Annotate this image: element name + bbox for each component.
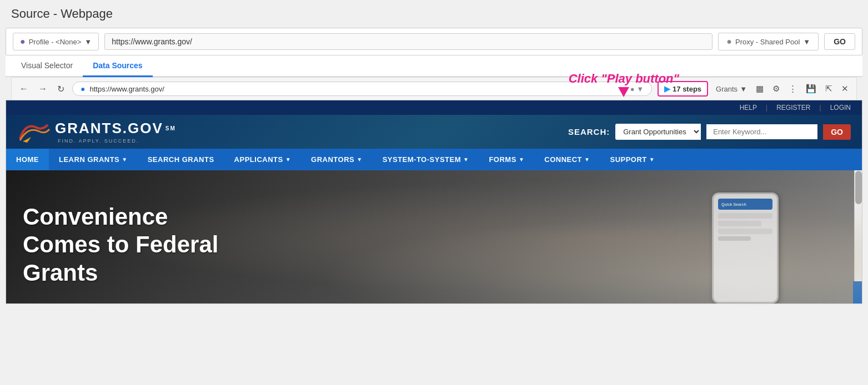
lock-icon: ● — [81, 84, 85, 93]
nav-item-connect[interactable]: CONNECT ▼ — [534, 149, 600, 170]
proxy-location-icon: ● — [726, 37, 732, 47]
hero-heading: ConvenienceComes to FederalGrants — [23, 203, 218, 287]
grants-search-select[interactable]: Grant Opportunities — [615, 124, 701, 140]
grants-search-label: SEARCH: — [568, 127, 610, 136]
nav-item-home[interactable]: HOME — [6, 149, 49, 170]
forward-button[interactable]: → — [36, 83, 49, 95]
screen-record-icon: ▩ — [756, 84, 764, 94]
nav-arrow-support: ▼ — [649, 156, 655, 163]
fullscreen-icon: ⇱ — [825, 84, 832, 94]
grants-nav: HOME LEARN GRANTS ▼ SEARCH GRANTS APPLIC… — [6, 149, 862, 170]
tab-visual-selector[interactable]: Visual Selector — [11, 55, 83, 77]
nav-arrow-learn: ▼ — [122, 156, 127, 163]
profile-icon: ● — [20, 37, 26, 47]
toolbar: ● Profile - <None> ▼ ● Proxy - Shared Po… — [6, 28, 862, 55]
refresh-button[interactable]: ↻ — [55, 83, 67, 95]
profile-dropdown-icon: ▼ — [84, 38, 92, 46]
register-link[interactable]: REGISTER — [776, 104, 810, 112]
close-button[interactable]: ✕ — [839, 83, 851, 95]
nav-item-applicants[interactable]: APPLICANTS ▼ — [224, 149, 301, 170]
recording-dropdown-icon: ▼ — [740, 85, 747, 93]
tab-data-sources[interactable]: Data Sources — [83, 55, 152, 77]
nav-item-search-grants[interactable]: SEARCH GRANTS — [138, 149, 224, 170]
nav-arrow-forms: ▼ — [519, 156, 524, 163]
nav-arrow-connect: ▼ — [584, 156, 590, 163]
go-button[interactable]: GO — [824, 33, 855, 50]
grants-search-go-button[interactable]: GO — [823, 124, 851, 140]
grants-search-area: SEARCH: Grant Opportunities GO — [568, 124, 851, 140]
browser-url-text: https://www.grants.gov/ — [89, 85, 625, 93]
grants-header: HELP | REGISTER | LOGIN — [6, 100, 862, 170]
proxy-dropdown-icon: ▼ — [803, 38, 810, 46]
settings-button[interactable]: ⚙ — [770, 83, 782, 95]
proxy-button[interactable]: ● Proxy - Shared Pool ▼ — [718, 33, 819, 50]
profile-label: Profile - <None> — [29, 38, 82, 46]
recording-label-item[interactable]: Grants ▼ — [714, 84, 749, 94]
steps-label: 17 steps — [673, 85, 701, 93]
help-link[interactable]: HELP — [740, 104, 757, 112]
save-button[interactable]: 💾 — [804, 83, 819, 95]
screen-record-button[interactable]: ▩ — [754, 83, 766, 95]
nav-arrow-s2s: ▼ — [463, 156, 469, 163]
proxy-label: Proxy - Shared Pool — [735, 38, 800, 46]
grants-logo-text: GRANTS.GOVSM — [55, 120, 176, 137]
grants-logo-swoosh — [17, 119, 51, 144]
hero-text: ConvenienceComes to FederalGrants — [6, 186, 235, 303]
back-button[interactable]: ← — [17, 83, 31, 95]
nav-item-grantors[interactable]: GRANTORS ▼ — [301, 149, 373, 170]
page-title: Source - Webpage — [0, 0, 868, 28]
browser-menu-items: Grants ▼ ▩ ⚙ ⋮ 💾 ⇱ ✕ — [714, 83, 851, 95]
more-options-icon: ⋮ — [789, 84, 797, 94]
website-content: HELP | REGISTER | LOGIN — [6, 100, 862, 304]
grants-tagline: FIND. APPLY. SUCCEED. — [55, 138, 176, 144]
login-link[interactable]: LOGIN — [830, 104, 851, 112]
nav-item-forms[interactable]: FORMS ▼ — [479, 149, 534, 170]
save-icon: 💾 — [806, 84, 816, 94]
close-icon: ✕ — [841, 84, 849, 94]
play-icon: ▶ — [664, 84, 670, 93]
fullscreen-button[interactable]: ⇱ — [823, 83, 835, 95]
url-input[interactable] — [104, 33, 713, 50]
nav-item-support[interactable]: SUPPORT ▼ — [600, 149, 665, 170]
browser-chrome: ← → ↻ ● https://www.grants.gov/ ● ▼ ▶ 17… — [11, 77, 857, 100]
grants-logo-area: GRANTS.GOVSM FIND. APPLY. SUCCEED. — [17, 119, 176, 144]
tab-row: Visual Selector Data Sources — [6, 55, 862, 77]
browser-location-icon[interactable]: ● ▼ — [630, 85, 644, 93]
grants-top-links: HELP | REGISTER | LOGIN — [740, 104, 851, 112]
nav-arrow-applicants: ▼ — [285, 156, 291, 163]
play-steps-button[interactable]: ▶ 17 steps — [658, 81, 708, 97]
more-options-button[interactable]: ⋮ — [786, 83, 799, 95]
settings-icon: ⚙ — [772, 84, 780, 94]
grants-search-input[interactable] — [706, 124, 817, 139]
grants-top-bar: GRANTS.GOVSM FIND. APPLY. SUCCEED. SEARC… — [6, 115, 862, 149]
nav-arrow-grantors: ▼ — [357, 156, 362, 163]
nav-item-learn-grants[interactable]: LEARN GRANTS ▼ — [49, 149, 138, 170]
browser-url-bar: ● https://www.grants.gov/ ● ▼ — [72, 82, 652, 96]
nav-item-system-to-system[interactable]: SYSTEM-TO-SYSTEM ▼ — [373, 149, 479, 170]
profile-button[interactable]: ● Profile - <None> ▼ — [13, 33, 99, 50]
grants-hero: Quick Search ConvenienceComes to Federal… — [6, 170, 862, 303]
svg-marker-0 — [23, 137, 31, 143]
recording-text: Grants — [716, 85, 737, 93]
